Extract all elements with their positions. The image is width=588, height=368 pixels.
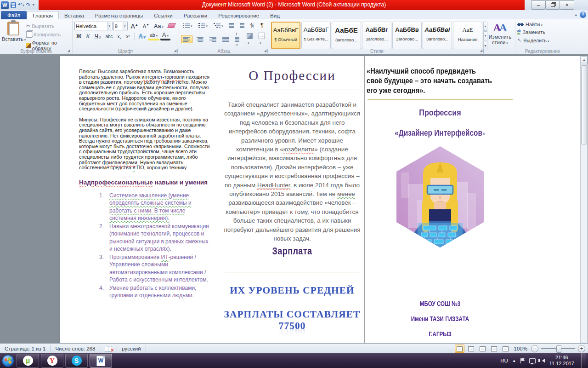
grow-font-button[interactable]: А▲	[129, 22, 140, 30]
shading-button[interactable]	[245, 32, 254, 46]
word-app-icon[interactable]: W	[1, 1, 9, 9]
zoom-out-button[interactable]: –	[531, 345, 538, 352]
designer-illustration	[367, 145, 514, 253]
find-button[interactable]: Найти	[517, 22, 568, 27]
select-button[interactable]: ↖Выделить	[517, 37, 568, 43]
clear-formatting-button[interactable]	[166, 23, 177, 30]
line-spacing-button[interactable]: ↕	[233, 31, 243, 47]
font-size-combo[interactable]: 9▾	[113, 22, 128, 30]
font-color-button[interactable]: А	[160, 32, 170, 40]
tab-file[interactable]: Файл	[1, 11, 27, 19]
styles-dialog-launcher[interactable]: ◢	[479, 49, 484, 53]
align-center-button[interactable]	[195, 35, 205, 43]
taskbar-yandex-browser[interactable]: Y	[41, 354, 63, 368]
zoom-slider-thumb[interactable]	[556, 345, 561, 353]
line-spacing-icon	[235, 37, 239, 42]
superscript-button[interactable]: x²	[124, 34, 132, 40]
undo-icon[interactable]: ↶▾	[18, 1, 24, 9]
tab-insert[interactable]: Вставка	[59, 12, 90, 19]
shrink-font-button[interactable]: А▼	[141, 23, 151, 29]
align-left-button[interactable]	[181, 35, 192, 43]
network-icon[interactable]	[529, 358, 536, 363]
save-icon[interactable]	[11, 2, 16, 8]
paragraph-dialog-launcher[interactable]: ◢	[263, 49, 268, 53]
style-no-spacing[interactable]: АаБбВвГ ¶ Без инте...	[301, 22, 331, 49]
help-icon[interactable]: ?	[580, 12, 586, 18]
tab-home[interactable]: Главная	[27, 11, 59, 19]
text-effects-button[interactable]: А	[137, 33, 147, 40]
justify-button[interactable]	[220, 35, 231, 43]
copy-button[interactable]: Копировать	[25, 31, 70, 38]
show-desktop-button[interactable]	[581, 353, 586, 368]
borders-button[interactable]	[257, 32, 267, 46]
draft-view-button[interactable]	[501, 345, 510, 353]
numbering-button[interactable]	[197, 22, 210, 29]
style-heading1[interactable]: АаБбЕ Заголово...	[332, 22, 361, 49]
style-heading2[interactable]: АаБбВг Заголово...	[362, 22, 391, 49]
show-marks-button[interactable]: ¶	[259, 22, 266, 29]
zoom-level[interactable]: 100%	[514, 346, 527, 351]
replace-button[interactable]: abacЗаменить	[517, 29, 568, 35]
scrollbar-thumb[interactable]	[581, 65, 587, 144]
vertical-scrollbar[interactable]: ▲	[580, 56, 588, 343]
underline-button[interactable]: Ч	[93, 33, 103, 40]
font-group-label: Шрифт	[73, 49, 179, 54]
quick-access-toolbar: W ↶▾ ↷ ▾	[1, 0, 34, 10]
sort-button[interactable]: А↓Я	[249, 23, 256, 28]
style-heading4[interactable]: АаБбВвІ Заголово...	[423, 22, 452, 49]
word-count[interactable]: Число слов: 268	[51, 345, 100, 352]
start-button[interactable]	[0, 353, 16, 368]
hidden-icons-button[interactable]: ▲	[512, 358, 516, 363]
redo-icon[interactable]: ↷	[26, 2, 31, 8]
paste-button[interactable]: Вставить	[2, 21, 25, 48]
collapse-ribbon-icon[interactable]: ▴	[575, 12, 577, 17]
page-indicator[interactable]: Страница: 1 из 1	[0, 345, 51, 352]
tab-references[interactable]: Ссылки	[148, 12, 178, 19]
web-layout-view-button[interactable]	[478, 345, 487, 353]
minimize-button[interactable]: –	[531, 0, 546, 10]
restore-button[interactable]	[545, 0, 560, 10]
taskbar-utorrent[interactable]: µ	[17, 354, 39, 368]
fullscreen-reading-view-button[interactable]	[466, 345, 476, 353]
proofing-status[interactable]	[100, 345, 117, 352]
tab-view[interactable]: Вид	[265, 12, 285, 19]
bullets-button[interactable]	[181, 22, 194, 29]
subscript-button[interactable]: x₂	[116, 34, 124, 40]
taskbar-word-active[interactable]: W	[90, 354, 112, 368]
tab-review[interactable]: Рецензирование	[213, 12, 265, 19]
font-dialog-launcher[interactable]: ◢	[173, 49, 178, 53]
close-button[interactable]: ×	[560, 0, 574, 10]
tab-page-layout[interactable]: Разметка страницы	[90, 12, 148, 19]
highlight-button[interactable]: ab	[148, 33, 159, 40]
clipboard-dialog-launcher[interactable]: ◢	[67, 49, 71, 53]
scroll-up-button[interactable]: ▲	[581, 56, 588, 64]
language-switcher[interactable]: RU	[500, 358, 508, 363]
language-indicator[interactable]: русский	[117, 345, 146, 352]
cut-button[interactable]: ✂Вырезать	[25, 23, 70, 29]
multilevel-list-button[interactable]	[212, 22, 225, 29]
font-name-combo[interactable]: Helvetica▾	[74, 22, 113, 30]
increase-indent-button[interactable]	[238, 22, 246, 29]
italic-button[interactable]: К	[84, 33, 91, 40]
taskbar-skype[interactable]: S	[65, 354, 88, 368]
decrease-indent-button[interactable]	[227, 22, 236, 29]
align-right-button[interactable]	[208, 35, 218, 43]
volume-icon[interactable]	[540, 358, 545, 363]
action-center-icon[interactable]	[520, 358, 525, 363]
change-styles-button[interactable]: АА Изменить стили	[485, 19, 515, 54]
style-normal[interactable]: АаБбВвГ ¶ Обычный	[271, 22, 300, 49]
zoom-slider[interactable]	[541, 348, 575, 349]
print-layout-view-button[interactable]	[455, 345, 464, 353]
tab-mailings[interactable]: Рассылки	[178, 12, 213, 19]
tray-clock[interactable]: 21:46 11.12.2017	[549, 355, 574, 367]
bold-button[interactable]: Ж	[74, 33, 83, 40]
outline-view-button[interactable]	[489, 345, 499, 353]
style-heading3[interactable]: АаБбВв Заголово...	[392, 22, 422, 49]
qat-customize-icon[interactable]: ▾	[33, 2, 34, 8]
style-title[interactable]: АаЕ Название	[453, 22, 482, 49]
zoom-in-button[interactable]: +	[578, 345, 585, 352]
change-styles-label: Изменить стили	[487, 34, 513, 45]
change-case-button[interactable]: Аа	[152, 23, 165, 30]
document-page[interactable]: Плюсы: Высокая заработная плата. Возможн…	[60, 56, 581, 343]
strikethrough-button[interactable]: abc	[103, 34, 114, 40]
